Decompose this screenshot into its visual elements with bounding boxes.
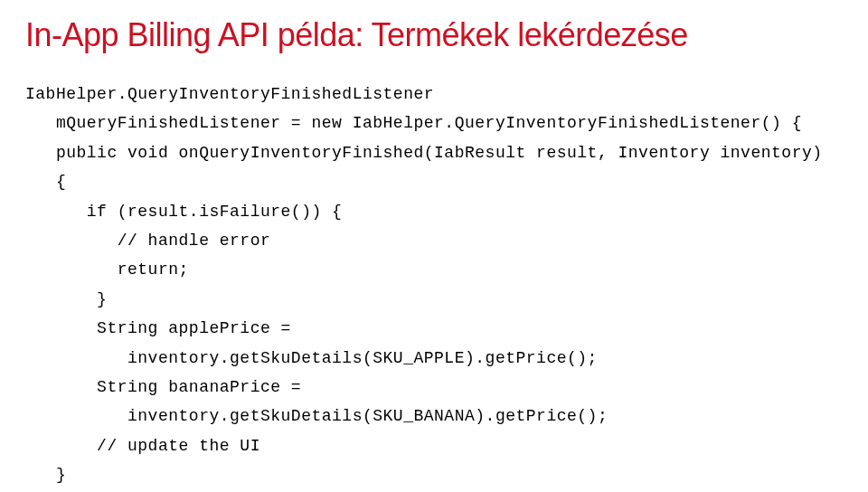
code-line: IabHelper.QueryInventoryFinishedListener bbox=[25, 85, 434, 103]
code-line: inventory.getSkuDetails(SKU_APPLE).getPr… bbox=[25, 349, 598, 367]
code-line: } bbox=[25, 290, 107, 308]
code-line: String applePrice = bbox=[25, 319, 291, 337]
code-line: return; bbox=[25, 260, 189, 279]
code-line: // handle error bbox=[25, 232, 270, 250]
code-line: // update the UI bbox=[25, 437, 260, 455]
code-line: mQueryFinishedListener = new IabHelper.Q… bbox=[25, 114, 802, 132]
code-block: IabHelper.QueryInventoryFinishedListener… bbox=[25, 80, 843, 492]
code-line: } bbox=[25, 466, 66, 484]
code-line: inventory.getSkuDetails(SKU_BANANA).getP… bbox=[25, 407, 608, 425]
code-line: if (result.isFailure()) { bbox=[25, 203, 342, 221]
page-title: In-App Billing API példa: Termékek lekér… bbox=[25, 16, 843, 54]
code-line: public void onQueryInventoryFinished(Iab… bbox=[25, 144, 823, 162]
code-line: String bananaPrice = bbox=[25, 378, 301, 396]
code-line: { bbox=[25, 173, 66, 191]
